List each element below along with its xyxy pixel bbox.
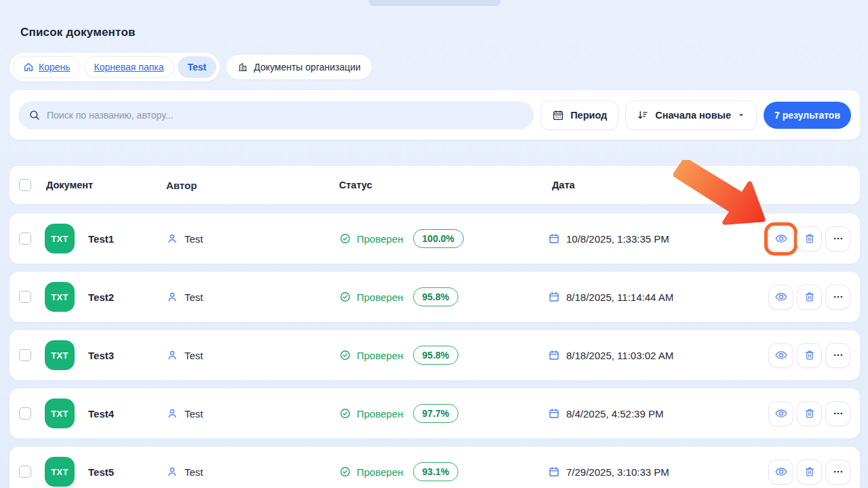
trash-icon [804,291,816,303]
status-label: Проверен [357,466,403,478]
trash-icon [804,407,816,420]
score-badge: 95.8% [413,287,459,306]
row-checkbox[interactable] [19,466,31,478]
ellipsis-icon [832,407,844,420]
search-box[interactable] [18,101,534,129]
header-status: Статус [339,180,548,190]
header-document: Документ [45,180,166,190]
breadcrumb-current-label: Test [188,62,207,73]
author-name: Test [184,466,203,478]
more-actions-button[interactable] [825,401,850,426]
trash-icon [804,349,816,361]
ellipsis-icon [832,232,844,245]
table-row[interactable]: TXT Test1 Test Проверен 100.0% 10/8/2025… [9,214,860,264]
delete-button[interactable] [797,285,822,310]
calendar-icon [548,232,560,245]
header-date: Дата [548,180,850,190]
user-icon [166,466,178,478]
ellipsis-icon [832,466,844,478]
author-name: Test [184,233,203,245]
score-badge: 97.7% [413,404,459,423]
breadcrumb-current[interactable]: Test [178,56,217,78]
view-button[interactable] [768,285,793,310]
file-type-badge: TXT [45,340,75,370]
delete-button[interactable] [797,401,822,426]
header-author: Автор [166,180,339,191]
table-row[interactable]: TXT Test2 Test Проверен 95.8% 8/18/2025,… [9,272,860,322]
breadcrumb-group: Корень Корневая папка Test [9,53,220,81]
row-checkbox[interactable] [19,349,31,361]
search-icon [28,109,41,121]
breadcrumb: Корень Корневая папка Test Документы орг… [9,53,372,81]
eye-icon [774,407,788,420]
delete-button[interactable] [797,460,822,485]
table-row[interactable]: TXT Test3 Test Проверен 95.8% 8/18/2025,… [9,330,860,380]
row-checkbox[interactable] [19,407,31,420]
calendar-icon [548,291,560,303]
table-row[interactable]: TXT Test4 Test Проверен 97.7% 8/4/2025, … [9,388,860,439]
delete-button[interactable] [797,226,822,251]
file-type-badge: TXT [45,224,75,253]
calendar-icon [552,109,564,121]
org-documents-button[interactable]: Документы организации [226,55,372,79]
select-all-checkbox[interactable] [19,179,31,191]
status-label: Проверен [357,233,403,245]
sort-icon [637,109,649,121]
more-actions-button[interactable] [825,460,850,485]
page-title: Список документов [20,26,136,39]
document-name: Test4 [88,408,114,420]
table-row[interactable]: TXT Test5 Test Проверен 93.1% 7/29/2025,… [9,447,860,488]
check-circle-icon [339,349,351,361]
home-icon [23,62,34,73]
more-actions-button[interactable] [825,226,850,251]
period-button[interactable]: Период [540,100,618,130]
author-name: Test [184,408,203,420]
user-icon [166,349,178,361]
sort-button[interactable]: Сначала новые [625,100,757,130]
calendar-icon [548,349,560,361]
document-date: 8/18/2025, 11:14:44 AM [566,291,673,303]
trash-icon [804,466,816,478]
ellipsis-icon [832,349,844,361]
check-circle-icon [339,466,351,478]
calendar-icon [548,466,560,478]
status-label: Проверен [357,408,403,420]
eye-icon [774,348,788,362]
view-button[interactable] [768,226,793,251]
chevron-down-icon [737,111,745,119]
delete-button[interactable] [797,343,822,368]
breadcrumb-root-label[interactable]: Корень [39,62,71,73]
document-date: 8/4/2025, 4:52:39 PM [566,408,663,420]
eye-icon [774,465,788,479]
document-name: Test3 [88,350,114,361]
row-checkbox[interactable] [19,232,31,245]
file-type-badge: TXT [45,457,75,487]
documents-table: Документ Автор Статус Дата TXT Test1 Tes… [9,166,860,488]
search-input[interactable] [47,110,524,121]
eye-icon [774,290,788,304]
breadcrumb-root-folder[interactable]: Корневая папка [84,56,174,78]
view-button[interactable] [768,401,793,426]
user-icon [166,232,178,245]
toolbar: Период Сначала новые 7 результатов [9,90,860,140]
check-circle-icon [339,407,351,420]
breadcrumb-root[interactable]: Корень [13,56,81,78]
author-name: Test [184,350,203,361]
view-button[interactable] [768,460,793,485]
status-label: Проверен [357,291,403,303]
view-button[interactable] [768,343,793,368]
row-checkbox[interactable] [19,291,31,303]
document-name: Test5 [88,466,114,478]
breadcrumb-root-folder-label[interactable]: Корневая папка [94,62,164,73]
file-type-badge: TXT [45,399,75,428]
document-name: Test1 [88,233,114,245]
check-circle-icon [339,291,351,303]
score-badge: 93.1% [413,462,459,481]
user-icon [166,291,178,303]
more-actions-button[interactable] [825,343,850,368]
check-circle-icon [339,232,351,245]
document-name: Test2 [88,291,114,303]
more-actions-button[interactable] [825,285,850,310]
ellipsis-icon [832,291,844,303]
org-documents-label: Документы организации [254,62,361,73]
